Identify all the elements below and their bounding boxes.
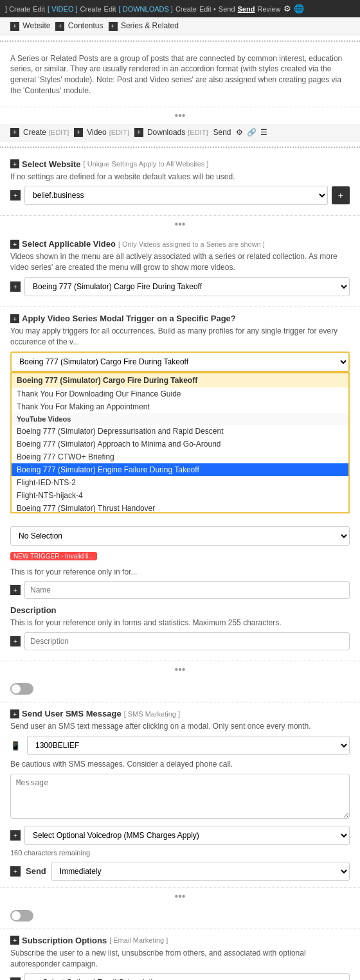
tab-create-edit-bracket[interactable]: [EDIT] [49, 129, 69, 136]
sms-caution: Be cautious with SMS messages. Consider … [10, 759, 350, 770]
dropdown-item-selected[interactable]: Boeing 777 (Simulator) Engine Failure Du… [12, 463, 348, 476]
modal-trigger-select[interactable]: Boeing 777 (Simulator) Cargo Fire During… [10, 352, 350, 372]
modal-trigger-section: + Apply Video Series Modal Trigger on a … [0, 307, 360, 661]
no-selection-row: No Selection [10, 526, 350, 546]
toggle1[interactable] [10, 683, 33, 695]
plus-website[interactable]: + [10, 159, 19, 168]
dots3: ••• [0, 661, 360, 678]
sms-desc: Send user an SMS text message after clic… [10, 721, 350, 732]
dropdown-list: Boeing 777 (Simulator) Cargo Fire During… [10, 372, 350, 513]
sms-message-input[interactable] [10, 774, 350, 819]
subscription-subtitle: [ Email Marketing ] [109, 936, 168, 944]
menu-icon[interactable]: ☰ [260, 128, 267, 137]
phone-icon: 📱 [10, 741, 21, 751]
nav-item-create3[interactable]: Create [176, 5, 197, 13]
gear-icon2[interactable]: ⚙ [236, 128, 243, 137]
tab-downloads-edit-bracket[interactable]: [EDIT] [188, 129, 208, 136]
video-select-row: + Boeing 777 (Simulator) Cargo Fire Duri… [10, 277, 350, 296]
tab-downloads-label[interactable]: Downloads [147, 128, 185, 137]
plus-video2[interactable]: + [10, 281, 21, 292]
plus-modal[interactable]: + [10, 314, 19, 323]
char-count: 160 characters remaining [10, 849, 350, 857]
sms-subtitle: [ SMS Marketing ] [124, 710, 180, 718]
select-website-section: + Select Website [ Unique Settings Apply… [0, 153, 360, 217]
plus-icon6: + [134, 128, 143, 137]
dropdown-item-3[interactable]: Boeing 777 (Simulator) Depressurisation … [12, 425, 348, 438]
tab-series[interactable]: + Series & Related [109, 21, 179, 31]
sms-send-row: + Send Immediately After 1 Hour After 24… [10, 862, 350, 881]
nav-bracket-video: [ VIDEO ] [48, 5, 77, 13]
select-video-desc: Videos shown in the menu are all activel… [10, 251, 350, 273]
plus-voicedrop[interactable]: + [10, 830, 21, 841]
tab-send[interactable]: Send [213, 128, 231, 137]
sms-label: Send User SMS Message [22, 709, 122, 718]
add-website-button[interactable]: + [332, 186, 350, 204]
description-desc: This is for your reference only in forms… [10, 618, 350, 628]
plus-icon3: + [109, 22, 118, 31]
nav-item-send[interactable]: Send [219, 5, 235, 13]
description-label: Description [10, 605, 57, 615]
description-input-row: + [10, 632, 350, 650]
nav-item-edit2[interactable]: Edit [104, 5, 116, 13]
description-input[interactable] [24, 632, 350, 650]
toggle2-section [0, 905, 360, 929]
tab-website[interactable]: + Website [10, 21, 50, 31]
dots1: ••• [0, 107, 360, 124]
nav-item-triggers[interactable]: Send [238, 5, 255, 13]
select-video-section: + Select Applicable Video [ Only Videos … [0, 233, 360, 307]
nav-item-edit3[interactable]: Edit • [199, 5, 216, 13]
modal-trigger-desc: You may apply triggers for all occurrenc… [10, 326, 350, 348]
series-description-section: A Series or Related Posts are a group of… [0, 47, 360, 107]
nav-item-create2[interactable]: Create [80, 5, 102, 13]
dropdown-item-1[interactable]: Thank You For Downloading Our Finance Gu… [12, 388, 348, 400]
select-video-label: Select Applicable Video [22, 239, 116, 249]
nav-item-review[interactable]: Review [257, 5, 280, 13]
dots4: ••• [0, 888, 360, 905]
name-input-row: + [10, 581, 350, 599]
plus-name[interactable]: + [10, 585, 21, 595]
link-icon[interactable]: 🔗 [247, 128, 256, 137]
sms-send-select[interactable]: Immediately After 1 Hour After 24 Hours [51, 862, 350, 881]
gear-icon[interactable]: ⚙ [284, 4, 291, 13]
subscription-section: + Subscription Options [ Email Marketing… [0, 929, 360, 980]
sms-section: + Send User SMS Message [ SMS Marketing … [0, 702, 360, 888]
tab-video-label[interactable]: Video [87, 128, 106, 137]
name-section: This is for your reference only in for..… [10, 567, 350, 600]
dropdown-item-8[interactable]: Boeing 777 (Simulator) Thrust Handover [12, 502, 348, 513]
dots2: ••• [0, 216, 360, 233]
tab-contentus[interactable]: + Contentus [55, 21, 103, 31]
website-select[interactable]: belief.business [24, 186, 328, 205]
select-video-subtitle: [ Only Videos assigned to a Series are s… [118, 240, 265, 248]
subscription-select-row: + --- Select Optional Email Subscription… [10, 973, 350, 980]
series-description-text: A Series or Related Posts are a group of… [10, 53, 350, 96]
video-select[interactable]: Boeing 777 (Simulator) Cargo Fire During… [24, 277, 350, 296]
name-input[interactable] [24, 581, 350, 599]
plus-sms[interactable]: + [10, 709, 19, 718]
toggle2[interactable] [10, 910, 33, 922]
dropdown-item-6[interactable]: Flight-IED-NTS-2 [12, 476, 348, 489]
plus-video[interactable]: + [10, 240, 19, 249]
globe-icon[interactable]: 🌐 [294, 4, 304, 13]
dropdown-item-5[interactable]: Boeing 777 CTWO+ Briefing [12, 450, 348, 463]
phone-select[interactable]: 1300BELIEF [27, 736, 350, 755]
dropdown-item-7[interactable]: Flight-NTS-hijack-4 [12, 489, 348, 502]
subscription-select[interactable]: --- Select Optional Email Subscription -… [24, 973, 350, 980]
plus-subscription2[interactable]: + [10, 977, 21, 980]
voicedrop-select[interactable]: Select Optional Voicedrop (MMS Charges A… [24, 826, 350, 845]
plus-website2[interactable]: + [10, 190, 21, 200]
no-selection-select[interactable]: No Selection [10, 526, 350, 546]
nav-item-edit[interactable]: Edit [33, 5, 45, 13]
tab-video-edit-bracket[interactable]: [EDIT] [109, 129, 129, 136]
modal-trigger-dropdown-area: Boeing 777 (Simulator) Cargo Fire During… [10, 352, 350, 372]
plus-desc[interactable]: + [10, 636, 21, 646]
description-section: Description This is for your reference o… [10, 605, 350, 650]
select-website-label: Select Website [22, 159, 81, 169]
dropdown-item-2[interactable]: Thank You For Making an Appointment [12, 400, 348, 413]
plus-send-sms[interactable]: + [10, 866, 21, 877]
dropdown-item-top[interactable]: Boeing 777 (Simulator) Cargo Fire During… [12, 373, 348, 388]
nav-item-create-edit[interactable]: ] Create [5, 5, 30, 13]
subscription-desc: Subscribe the user to a new list, unsubs… [10, 948, 350, 970]
dropdown-item-4[interactable]: Boeing 777 (Simulator) Approach to Minim… [12, 438, 348, 450]
plus-subscription[interactable]: + [10, 936, 19, 945]
tab-create-label[interactable]: Create [23, 128, 46, 137]
